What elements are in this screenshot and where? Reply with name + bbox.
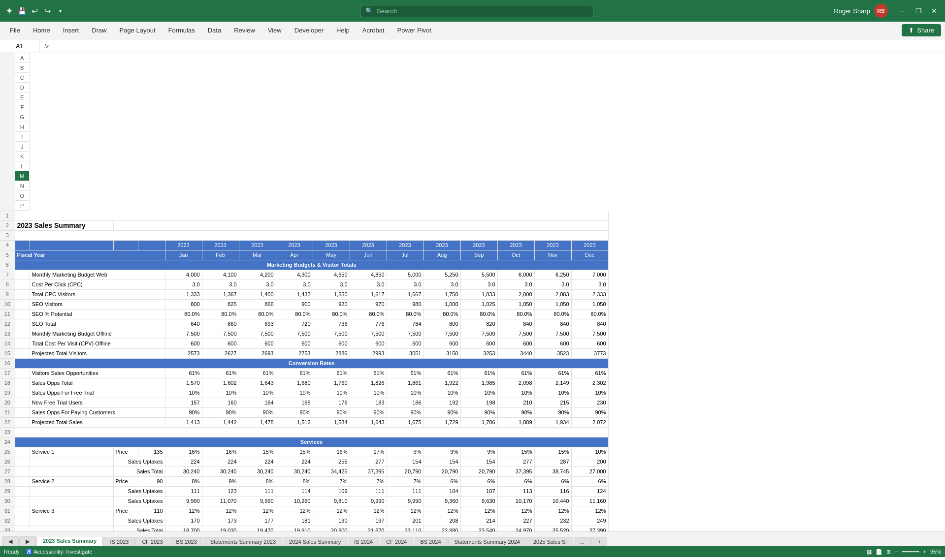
col-header-a[interactable]: A bbox=[15, 53, 30, 63]
col-header-c[interactable]: C bbox=[15, 73, 30, 83]
col-header-n[interactable]: N bbox=[15, 181, 30, 191]
col-header-h[interactable]: H bbox=[15, 122, 30, 132]
sheet-tab-is-2024[interactable]: IS 2024 bbox=[348, 537, 379, 546]
user-area: Roger Sharp RS ─ ❐ ✕ bbox=[834, 4, 941, 18]
zoom-level: 95% bbox=[930, 549, 941, 555]
user-avatar: RS bbox=[874, 4, 888, 18]
tab-insert[interactable]: Insert bbox=[57, 24, 85, 37]
normal-view-icon[interactable]: ▦ bbox=[867, 549, 872, 555]
data-grid: A B C D E F G H I J K L M N O P bbox=[0, 53, 609, 531]
table-row: 13 Monthly Marketing Budget Offline 7,50… bbox=[0, 329, 608, 339]
zoom-out-icon[interactable]: − bbox=[895, 549, 898, 555]
tab-acrobat[interactable]: Acrobat bbox=[357, 24, 391, 37]
col-header-f[interactable]: F bbox=[15, 102, 30, 112]
sheet-tab-statements-2024[interactable]: Statements Summary 2024 bbox=[448, 537, 526, 546]
restore-button[interactable]: ❐ bbox=[912, 4, 925, 18]
table-row: 26 Sales Uptakes 224 224 224 224 255 277… bbox=[0, 457, 608, 467]
accessibility-icon: ♿ Accessibility: Investigate bbox=[26, 549, 93, 555]
page-layout-icon[interactable]: 📄 bbox=[876, 549, 882, 555]
col-header-e[interactable]: E bbox=[15, 93, 30, 102]
sheet-tab-2024-sales-summary[interactable]: 2024 Sales Summary bbox=[283, 537, 347, 546]
spreadsheet: A B C D E F G H I J K L M N O P bbox=[0, 53, 945, 531]
search-input[interactable] bbox=[377, 7, 588, 15]
table-row: 18 Sales Opps Total 1,570 1,602 1,643 1,… bbox=[0, 378, 608, 388]
col-header-p[interactable]: P bbox=[15, 201, 30, 211]
col-header-b[interactable]: B bbox=[15, 63, 30, 73]
table-row: 20 New Free Trial Users 157 160 164 168 … bbox=[0, 398, 608, 407]
table-row: 12 SEO Total 640 660 693 720 736 776 784… bbox=[0, 319, 608, 329]
col-header-j[interactable]: J bbox=[15, 142, 30, 152]
grid-container[interactable]: A B C D E F G H I J K L M N O P bbox=[0, 53, 945, 531]
table-row: 3 bbox=[0, 230, 608, 240]
user-name: Roger Sharp bbox=[834, 7, 870, 15]
table-row: 7 Monthly Marketing Budget Web 4,000 4,1… bbox=[0, 270, 608, 280]
sheet-tab-cf-2023[interactable]: CF 2023 bbox=[135, 537, 169, 546]
corner-cell bbox=[0, 53, 15, 211]
tab-file[interactable]: File bbox=[4, 24, 26, 37]
col-header-m[interactable]: M bbox=[15, 171, 30, 181]
close-button[interactable]: ✕ bbox=[927, 4, 941, 18]
col-header-l[interactable]: L bbox=[15, 161, 30, 171]
status-bar: Ready ♿ Accessibility: Investigate ▦ 📄 ⊞… bbox=[0, 546, 945, 557]
tab-powerpivot[interactable]: Power Pivot bbox=[391, 24, 437, 37]
formula-bar: A1 fx bbox=[0, 39, 945, 53]
sheet-tab-bs-2024[interactable]: BS 2024 bbox=[414, 537, 447, 546]
page-break-icon[interactable]: ⊞ bbox=[886, 549, 891, 555]
col-header-k[interactable]: K bbox=[15, 152, 30, 161]
table-row: 27 Sales Total 30,240 30,240 30,240 30,2… bbox=[0, 467, 608, 476]
table-row: 1 bbox=[0, 211, 608, 220]
table-row: 32 Sales Uptakes 170 173 177 181 190 197… bbox=[0, 516, 608, 526]
sheet-tab-bs-2023[interactable]: BS 2023 bbox=[170, 537, 203, 546]
tab-formulas[interactable]: Formulas bbox=[163, 24, 201, 37]
undo-icon[interactable]: ↩ bbox=[30, 6, 39, 16]
app-icons: ✦ 💾 ↩ ↪ ▾ bbox=[4, 6, 65, 16]
sheet-tab-add[interactable]: + bbox=[591, 537, 607, 546]
tab-draw[interactable]: Draw bbox=[86, 24, 112, 37]
sheet-tab-bar: ◀ ▶ 2023 Sales Summary IS 2023 CF 2023 B… bbox=[0, 531, 945, 546]
col-header-o[interactable]: O bbox=[15, 191, 30, 201]
table-row: 5 Fiscal Year Jan Feb Mar Apr May Jun Ju… bbox=[0, 250, 608, 260]
redo-icon[interactable]: ↪ bbox=[42, 6, 52, 16]
excel-icon: ✦ bbox=[4, 6, 14, 16]
tab-help[interactable]: Help bbox=[330, 24, 356, 37]
zoom-slider[interactable]: ━━━━━ bbox=[902, 549, 919, 555]
sheet-tab-cf-2024[interactable]: CF 2024 bbox=[380, 537, 413, 546]
tab-data[interactable]: Data bbox=[202, 24, 227, 37]
tab-pagelayout[interactable]: Page Layout bbox=[114, 24, 162, 37]
table-row: 11 SEO % Potential 80.0% 80.0% 80.0% 80.… bbox=[0, 309, 608, 319]
sheet-tab-statements-2023[interactable]: Statements Summary 2023 bbox=[204, 537, 282, 546]
search-box[interactable]: 🔍 bbox=[360, 5, 593, 17]
sheet-tab-2023-sales-summary[interactable]: 2023 Sales Summary bbox=[36, 536, 103, 546]
table-row: 23 bbox=[0, 427, 608, 437]
name-box[interactable]: A1 bbox=[0, 39, 39, 53]
sheet-tab-more[interactable]: ... bbox=[574, 537, 591, 546]
zoom-in-icon[interactable]: + bbox=[923, 549, 926, 555]
tab-view[interactable]: View bbox=[262, 24, 288, 37]
sheet-title: 2023 Sales Summary bbox=[15, 220, 113, 230]
sheet-tab-is-2023[interactable]: IS 2023 bbox=[103, 537, 135, 546]
share-button[interactable]: ⬆ Share bbox=[902, 24, 941, 36]
tab-developer[interactable]: Developer bbox=[289, 24, 329, 37]
minimize-button[interactable]: ─ bbox=[896, 4, 910, 18]
col-header-d[interactable]: D bbox=[15, 83, 30, 93]
save-icon[interactable]: 💾 bbox=[17, 6, 27, 16]
table-row: 22 Projected Total Sales 1,413 1,442 1,4… bbox=[0, 417, 608, 427]
table-row: 14 Total Cost Per Visit (CPV) Offline 60… bbox=[0, 339, 608, 348]
table-row: 24 Services bbox=[0, 437, 608, 447]
sheet-tab-2025-sales[interactable]: 2025 Sales Si bbox=[527, 537, 573, 546]
col-header-g[interactable]: G bbox=[15, 112, 30, 122]
customize-icon[interactable]: ▾ bbox=[55, 6, 65, 16]
window-controls: ─ ❐ ✕ bbox=[896, 4, 941, 18]
table-row: 21 Sales Opps For Paying Customers 90% 9… bbox=[0, 407, 608, 417]
search-icon: 🔍 bbox=[365, 7, 373, 14]
title-bar: ✦ 💾 ↩ ↪ ▾ Dog Grooming Company Finance M… bbox=[0, 0, 945, 22]
tab-review[interactable]: Review bbox=[228, 24, 261, 37]
tab-home[interactable]: Home bbox=[27, 24, 56, 37]
nav-prev[interactable]: ◀ bbox=[2, 536, 19, 546]
table-row: 10 SEO Visitors 800 825 866 900 920 970 … bbox=[0, 299, 608, 309]
nav-next[interactable]: ▶ bbox=[19, 536, 36, 546]
col-header-i[interactable]: I bbox=[15, 132, 30, 142]
table-row: 4 2023 2023 2023 2023 2023 2023 2023 202… bbox=[0, 240, 608, 250]
table-row: 2 2023 Sales Summary bbox=[0, 220, 608, 230]
table-row: 15 Projected Total Visitors 2573 2627 26… bbox=[0, 348, 608, 358]
